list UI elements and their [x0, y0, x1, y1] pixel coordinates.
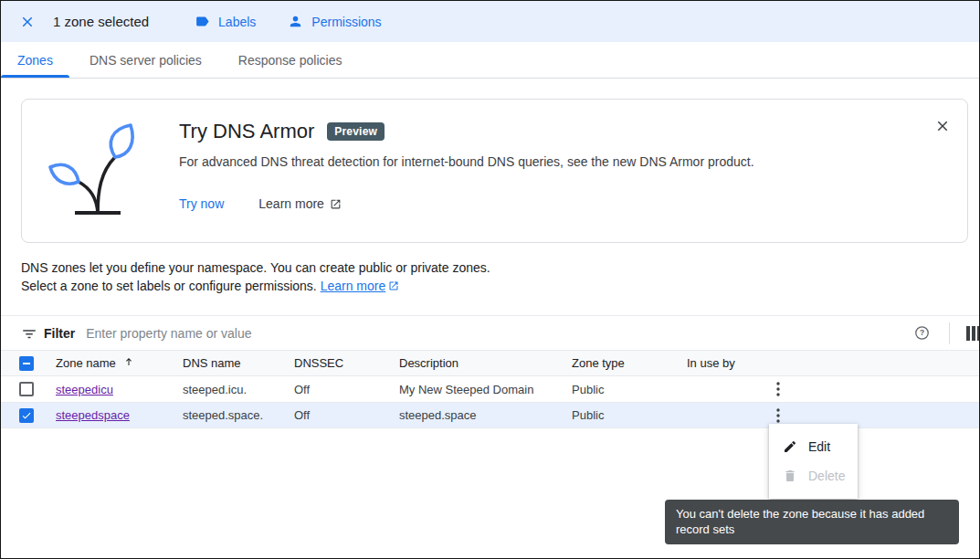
tab-dns-server-policies-label: DNS server policies	[90, 53, 202, 68]
permissions-button-label: Permissions	[311, 15, 381, 29]
labels-button-label: Labels	[218, 15, 256, 29]
zone-type-cell: Public	[572, 408, 687, 422]
label-tag-icon	[195, 14, 210, 29]
menu-item-edit[interactable]: Edit	[769, 432, 858, 461]
row-actions-menu: Edit Delete	[769, 424, 858, 499]
column-header-zone-type[interactable]: Zone type	[572, 356, 687, 370]
selection-count-label: 1 zone selected	[53, 14, 149, 29]
row-checkbox[interactable]	[19, 382, 34, 396]
column-display-options-icon[interactable]	[966, 326, 980, 341]
tab-bar: Zones DNS server policies Response polic…	[1, 42, 979, 79]
column-header-in-use-by[interactable]: In use by	[687, 356, 760, 370]
try-now-link[interactable]: Try now	[179, 196, 224, 211]
external-link-icon	[330, 198, 342, 210]
column-header-zone-type-label: Zone type	[572, 356, 625, 370]
tab-response-policies[interactable]: Response policies	[222, 42, 359, 78]
preview-badge: Preview	[327, 122, 385, 141]
row-checkbox[interactable]	[19, 408, 34, 423]
column-header-zone-name-label: Zone name	[56, 356, 116, 370]
filter-input[interactable]	[86, 326, 979, 341]
sprout-illustration-icon	[46, 121, 148, 223]
column-header-zone-name[interactable]: Zone name	[56, 356, 183, 370]
menu-item-delete-label: Delete	[808, 469, 845, 483]
delete-trash-icon	[783, 469, 797, 483]
promo-learn-more-label: Learn more	[258, 196, 324, 211]
intro-line-2: Select a zone to set labels or configure…	[21, 277, 979, 296]
dnssec-cell: Off	[294, 383, 399, 396]
clear-selection-icon[interactable]	[19, 14, 36, 30]
column-header-dnssec[interactable]: DNSSEC	[294, 356, 399, 370]
column-header-description[interactable]: Description	[399, 356, 572, 370]
table-header-row: Zone name DNS name DNSSEC Description Zo…	[1, 350, 979, 375]
column-header-dns-name[interactable]: DNS name	[183, 356, 294, 370]
row-actions-kebab-icon[interactable]	[771, 406, 785, 425]
svg-text:?: ?	[920, 328, 924, 337]
tab-zones[interactable]: Zones	[1, 42, 69, 78]
description-cell: My New Steeped Domain	[399, 383, 572, 396]
permissions-button[interactable]: Permissions	[288, 14, 381, 29]
zone-type-cell: Public	[572, 383, 687, 396]
dns-armor-promo-card: Try DNS Armor Preview For advanced DNS t…	[21, 99, 968, 243]
edit-pencil-icon	[783, 439, 797, 454]
filter-bar: Filter ?	[1, 315, 979, 350]
dns-zones-page: 1 zone selected Labels Permissions Zones…	[0, 0, 980, 559]
column-header-description-label: Description	[399, 356, 458, 370]
select-all-checkbox[interactable]	[19, 356, 34, 371]
filter-icon	[21, 325, 37, 342]
intro-line-1: DNS zones let you define your namespace.…	[21, 258, 979, 277]
promo-card-body: Try DNS Armor Preview For advanced DNS t…	[179, 118, 754, 224]
filter-label: Filter	[44, 326, 75, 341]
intro-learn-more-link[interactable]: Learn more	[321, 279, 386, 293]
tab-dns-server-policies[interactable]: DNS server policies	[73, 42, 218, 78]
zone-name-link[interactable]: steepedicu	[56, 383, 113, 396]
promo-title: Try DNS Armor	[179, 120, 314, 143]
column-header-in-use-by-label: In use by	[687, 356, 735, 370]
tab-zones-label: Zones	[17, 53, 53, 68]
table-row: steepedicu steeped.icu. Off My New Steep…	[1, 375, 979, 402]
selection-bar: 1 zone selected Labels Permissions	[1, 1, 979, 42]
help-icon[interactable]: ?	[914, 325, 930, 341]
sort-ascending-icon	[123, 356, 134, 370]
dns-name-cell: steeped.icu.	[183, 383, 294, 396]
promo-description: For advanced DNS threat detection for in…	[179, 154, 754, 169]
zones-table: Zone name DNS name DNSSEC Description Zo…	[1, 350, 979, 428]
labels-button[interactable]: Labels	[195, 14, 256, 29]
dns-name-cell: steeped.space.	[183, 408, 294, 422]
delete-disabled-tooltip: You can't delete the zone because it has…	[665, 500, 959, 544]
promo-learn-more-link[interactable]: Learn more	[258, 196, 342, 211]
toolbar-divider	[949, 322, 950, 344]
external-link-icon	[388, 278, 399, 296]
description-cell: steeped.space	[399, 408, 572, 422]
dnssec-cell: Off	[294, 408, 399, 422]
person-icon	[288, 14, 303, 29]
tab-response-policies-label: Response policies	[238, 53, 342, 68]
zone-name-link[interactable]: steepedspace	[56, 408, 130, 422]
menu-item-edit-label: Edit	[808, 439, 830, 454]
column-header-dns-name-label: DNS name	[183, 356, 241, 370]
intro-line-2-text: Select a zone to set labels or configure…	[21, 279, 317, 293]
menu-item-delete[interactable]: Delete	[769, 461, 858, 490]
column-header-dnssec-label: DNSSEC	[294, 356, 343, 370]
promo-close-icon[interactable]	[934, 118, 951, 134]
row-actions-kebab-icon[interactable]	[771, 380, 785, 398]
page-intro: DNS zones let you define your namespace.…	[21, 258, 979, 296]
